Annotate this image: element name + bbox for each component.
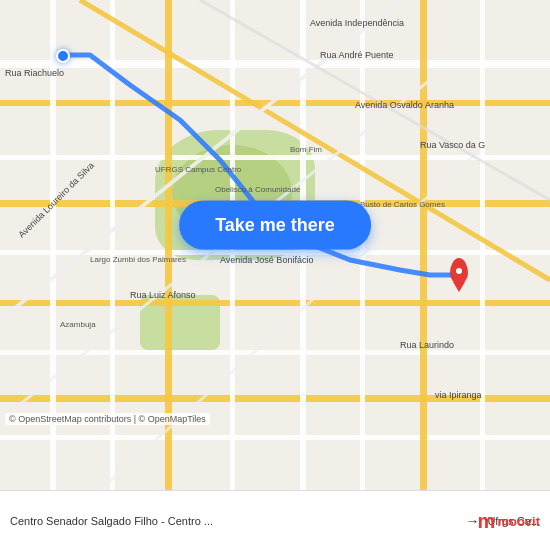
moovit-brand-text: moovit — [497, 513, 540, 528]
route-from: Centro Senador Salgado Filho - Centro ..… — [10, 515, 457, 527]
poi-azambuja: Azambuja — [60, 320, 96, 329]
map-attribution: © OpenStreetMap contributors | © OpenMap… — [5, 413, 210, 425]
poi-bustos: Busto de Carlos Gomes — [360, 200, 445, 209]
origin-marker — [56, 49, 70, 63]
street-label-4: Avenida José Bonifácio — [220, 255, 313, 265]
moovit-logo: m moovit — [478, 509, 540, 532]
poi-bom-fim: Bom Fim — [290, 145, 322, 154]
street-label-andrepuente: Rua André Puente — [320, 50, 394, 60]
moovit-m-icon: m — [478, 509, 496, 532]
street-label-laurindo: Rua Laurindo — [400, 340, 454, 350]
svg-line-1 — [0, 0, 400, 320]
street-label-luizafonso: Rua Luiz Afonso — [130, 290, 196, 300]
poi-obelisco: Obelisco à Comunidade — [215, 185, 300, 194]
svg-line-2 — [0, 80, 430, 420]
street-label-2: Avenida Independência — [310, 18, 404, 28]
street-label-riachuelo: Rua Riachuelo — [5, 68, 64, 78]
poi-ufrgs: UFRGS Campus Centro — [155, 165, 241, 174]
destination-marker — [450, 258, 468, 284]
take-me-there-button[interactable]: Take me there — [179, 201, 371, 250]
street-label-ipiranga: via Ipiranga — [435, 390, 482, 400]
poi-largozumbi: Largo Zumbi dos Palmares — [90, 255, 186, 264]
bottom-bar: Centro Senador Salgado Filho - Centro ..… — [0, 490, 550, 550]
map-container: Avenida Loureiro da Silva Avenida Indepe… — [0, 0, 550, 490]
street-label-vasco: Rua Vasco da G — [420, 140, 485, 150]
street-label-3: Avenida Osvaldo Aranha — [355, 100, 454, 110]
